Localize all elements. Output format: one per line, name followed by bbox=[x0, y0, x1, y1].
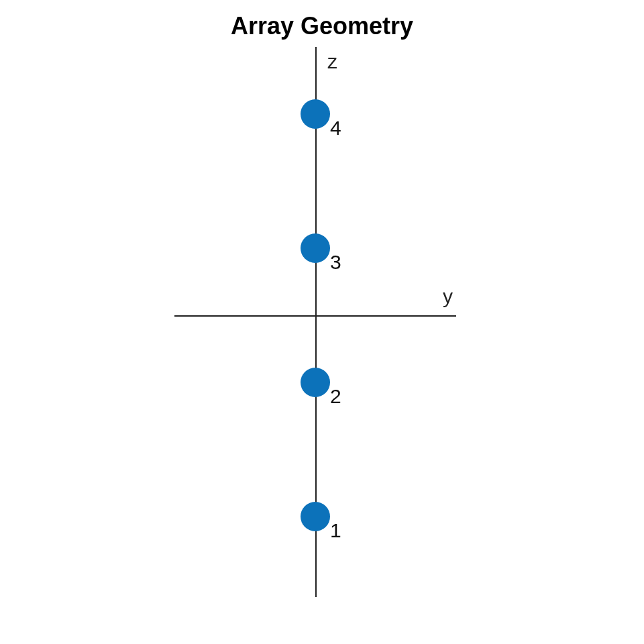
z-axis-label: z bbox=[327, 50, 337, 73]
element-point bbox=[301, 502, 330, 531]
chart-container: Array Geometry z y 1 2 3 4 bbox=[0, 0, 644, 644]
element-point bbox=[301, 99, 330, 129]
y-axis-line bbox=[174, 315, 456, 317]
element-label: 4 bbox=[330, 117, 341, 140]
plot-area: z y 1 2 3 4 bbox=[174, 47, 456, 597]
chart-title: Array Geometry bbox=[0, 12, 644, 40]
element-point bbox=[301, 368, 330, 397]
element-label: 2 bbox=[330, 385, 341, 408]
element-point bbox=[301, 233, 330, 263]
element-label: 3 bbox=[330, 251, 341, 274]
element-label: 1 bbox=[330, 519, 341, 542]
y-axis-label: y bbox=[443, 285, 453, 308]
